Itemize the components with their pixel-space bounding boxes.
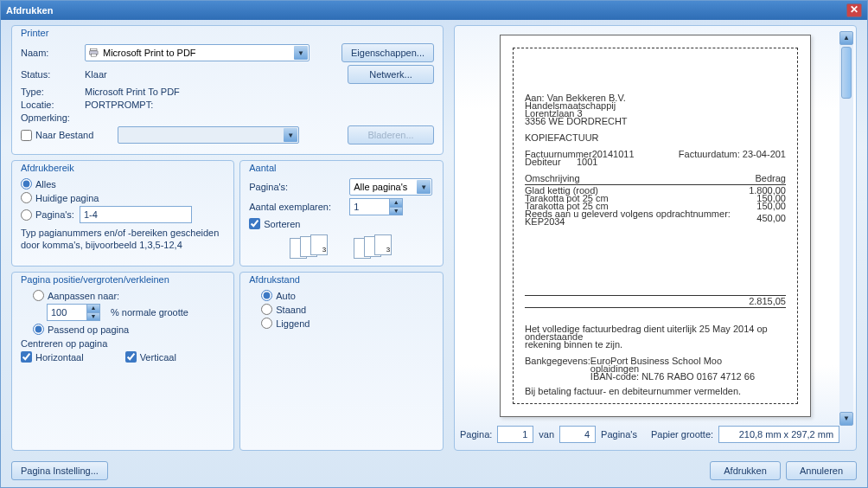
range-pages-radio[interactable]: Pagina's: <box>21 209 74 221</box>
page-total: 4 <box>559 426 596 443</box>
range-group: Afdrukbereik Alles Huidige pagina Pagina… <box>11 160 234 266</box>
svg-rect-0 <box>91 49 98 51</box>
page-setup-button[interactable]: Pagina Instelling... <box>11 461 108 480</box>
of-label: van <box>539 429 554 440</box>
comment-label: Opmerking: <box>21 112 80 123</box>
printer-name-value: Microsoft Print to PDF <box>103 48 196 58</box>
paper-size-label: Papier grootte: <box>651 429 713 440</box>
type-value: Microsoft Print To PDF <box>85 87 180 97</box>
copies-group-title: Aantal <box>249 163 434 173</box>
adjust-to-radio[interactable]: Aanpassen naar: <box>33 290 119 301</box>
orientation-landscape-radio[interactable]: Liggend <box>261 318 310 329</box>
collate-label: Sorteren <box>264 219 300 229</box>
center-vertical-checkbox[interactable]: Verticaal <box>125 351 176 363</box>
range-current-radio[interactable]: Huidige pagina <box>21 192 99 203</box>
position-group-title: Pagina positie/vergroten/verkleinen <box>21 274 225 285</box>
printer-icon <box>89 48 99 58</box>
center-label: Centreren op pagina <box>21 338 225 349</box>
copies-spinner[interactable]: ▲ ▼ <box>349 198 403 215</box>
status-value: Klaar <box>85 69 107 80</box>
close-icon[interactable]: ✕ <box>846 3 862 17</box>
chevron-down-icon[interactable]: ▼ <box>294 46 308 60</box>
preview-page: Aan: Van Bekkeren B.V. Handelsmaatschapp… <box>500 35 811 417</box>
location-value: PORTPROMPT: <box>85 100 153 110</box>
scroll-thumb[interactable] <box>841 47 852 99</box>
cancel-button[interactable]: Annuleren <box>786 461 857 480</box>
range-pages-input[interactable] <box>80 206 192 223</box>
chevron-up-icon: ▲ <box>86 304 100 312</box>
status-label: Status: <box>21 69 80 80</box>
preview-pane: Aan: Van Bekkeren B.V. Handelsmaatschapp… <box>454 25 857 451</box>
page-label: Pagina: <box>460 429 492 440</box>
print-button[interactable]: Afdrukken <box>710 461 781 480</box>
print-dialog: Afdrukken ✕ Printer Naam: Microsoft Prin… <box>0 0 868 488</box>
printer-group-title: Printer <box>21 28 434 38</box>
properties-button[interactable]: Eigenschappen... <box>341 43 434 62</box>
position-group: Pagina positie/vergroten/verkleinen Aanp… <box>11 272 234 451</box>
printer-name-label: Naam: <box>21 48 80 58</box>
orientation-group-title: Afdrukstand <box>249 274 434 285</box>
chevron-up-icon[interactable]: ▲ <box>389 198 403 207</box>
print-to-file-checkbox[interactable]: Naar Bestand <box>21 130 93 141</box>
orientation-portrait-radio[interactable]: Staand <box>261 304 306 315</box>
scroll-up-icon[interactable]: ▲ <box>839 31 853 45</box>
dialog-footer: Pagina Instelling... Afdrukken Annuleren <box>1 458 867 487</box>
copies-group: Aantal Pagina's: Alle pagina's ▼ Aantal … <box>239 160 444 266</box>
collate-checkbox[interactable]: Sorteren <box>249 218 300 229</box>
vertical-scrollbar[interactable]: ▲ ▼ <box>839 31 853 426</box>
file-path-combo: ▼ <box>118 126 299 144</box>
paper-size-value: 210,8 mm x 297,2 mm <box>718 426 839 443</box>
pages-filter-value: Alle pagina's <box>354 182 407 192</box>
location-label: Locatie: <box>21 100 80 110</box>
percent-label: % normale grootte <box>111 307 188 318</box>
orientation-group: Afdrukstand Auto Staand Liggend <box>239 272 444 451</box>
range-hint: Typ pagianummers en/of -bereiken geschei… <box>21 227 225 251</box>
svg-rect-2 <box>91 54 96 56</box>
percent-spinner: ▲ ▼ <box>47 304 100 321</box>
pages-word: Pagina's <box>601 429 637 440</box>
copies-label: Aantal exemplaren: <box>249 202 344 212</box>
chevron-down-icon[interactable]: ▼ <box>389 207 403 215</box>
center-horizontal-checkbox[interactable]: Horizontaal <box>21 351 84 363</box>
fit-to-page-radio[interactable]: Passend op pagina <box>33 324 129 335</box>
titlebar: Afdrukken ✕ <box>1 1 867 20</box>
orientation-auto-radio[interactable]: Auto <box>261 290 296 301</box>
type-label: Type: <box>21 87 80 97</box>
network-button[interactable]: Netwerk... <box>348 65 434 84</box>
copies-input[interactable] <box>349 198 389 215</box>
pages-filter-label: Pagina's: <box>249 182 344 192</box>
printer-name-combo[interactable]: Microsoft Print to PDF ▼ <box>85 44 310 61</box>
browse-button: Bladeren... <box>348 125 434 144</box>
percent-input <box>47 304 86 321</box>
range-group-title: Afdrukbereik <box>21 163 225 173</box>
chevron-down-icon[interactable]: ▼ <box>417 180 431 194</box>
pages-filter-combo[interactable]: Alle pagina's ▼ <box>349 178 432 196</box>
printer-group: Printer Naam: Microsoft Print to PDF ▼ E… <box>11 25 444 155</box>
scroll-down-icon[interactable]: ▼ <box>839 412 853 426</box>
chevron-down-icon: ▼ <box>86 312 100 321</box>
print-to-file-label: Naar Bestand <box>35 130 93 140</box>
page-current: 1 <box>497 426 533 443</box>
range-all-radio[interactable]: Alles <box>21 178 56 189</box>
preview-status: Pagina: 1 van 4 Pagina's Papier grootte:… <box>458 422 852 446</box>
window-title: Afdrukken <box>6 5 53 16</box>
collate-diagram: 123 123 <box>249 234 434 259</box>
chevron-down-icon: ▼ <box>284 128 297 142</box>
